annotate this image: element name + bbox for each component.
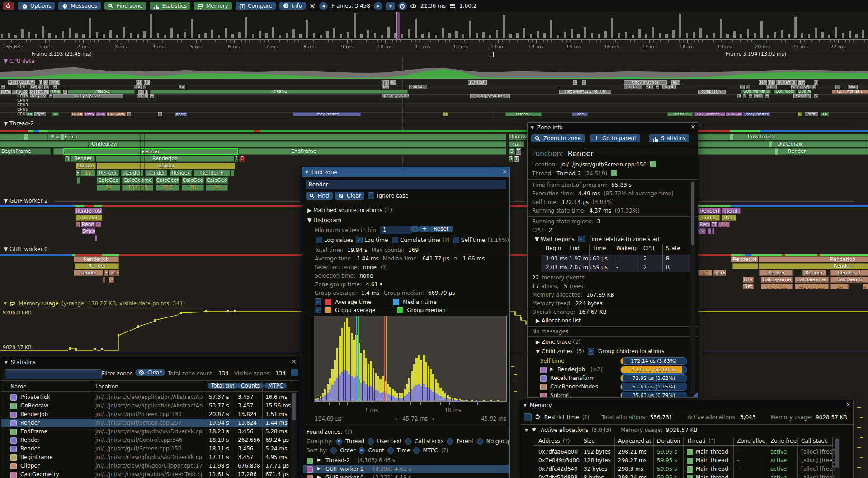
zone[interactable]	[77, 177, 80, 184]
messages-button[interactable]: Messages	[58, 2, 101, 10]
zone[interactable]: Render	[75, 263, 119, 269]
close-icon[interactable]: ×	[845, 401, 851, 408]
zone[interactable]: RenderJob	[759, 256, 868, 262]
column-header-total-time[interactable]: Total tim	[208, 383, 238, 389]
cpu-zone[interactable]: ~	[656, 85, 659, 89]
wait-col-header[interactable]: State	[666, 245, 680, 251]
group-children-checkbox[interactable]: ✓	[588, 348, 594, 355]
mem-col-header[interactable]: Zone free	[770, 438, 797, 444]
zone[interactable]: S	[235, 156, 238, 162]
zone[interactable]	[708, 228, 711, 234]
cpu-zone[interactable]: A	[443, 112, 448, 116]
cpu-zone[interactable]: ~	[573, 80, 577, 85]
wait-col-header[interactable]: Wakeup	[616, 245, 638, 251]
table-row[interactable]: BeginFramejni/../jni/src/claw/gfx/drv/vk…	[1, 453, 288, 462]
cpu-zone[interactable]: kw	[179, 85, 185, 89]
wait-regions-toggle[interactable]: ▼ Wait regions	[535, 236, 575, 242]
sort-total-time[interactable]: Total tim	[208, 383, 238, 389]
mem-col-header[interactable]: Address(?)	[538, 438, 570, 444]
cpu-zone[interactable]: ~	[49, 94, 52, 98]
child-zones-toggle[interactable]: ▼ Child zones	[536, 348, 573, 355]
cpu-zone[interactable]: GUIF w	[726, 112, 742, 116]
zone[interactable]: Render	[71, 156, 95, 162]
time-relative-checkbox[interactable]: ✓	[578, 236, 585, 242]
zone[interactable]: Ren	[698, 222, 710, 227]
zone[interactable]	[732, 263, 758, 269]
power-button[interactable]	[3, 2, 14, 10]
checkbox-log-values[interactable]	[316, 237, 322, 243]
zone[interactable]	[95, 235, 97, 241]
zone[interactable]: Rende	[76, 163, 96, 169]
zone[interactable]: BeginFrame	[0, 148, 51, 155]
matched-source-locations[interactable]: ▶ Matched source locations (1)	[307, 207, 392, 213]
cpu-zone[interactable]: Thread-2	[150, 90, 408, 94]
cpu-zone[interactable]: ss	[43, 80, 48, 85]
zone[interactable]: Render F	[194, 170, 230, 176]
column-header-mtpc[interactable]: MTPC	[264, 383, 287, 389]
cpu-zone[interactable]: system se	[29, 90, 49, 94]
zone[interactable]: CalcGeor	[156, 177, 179, 184]
table-row[interactable]: PrivateTickjni/../jni/src/claw/applicati…	[1, 393, 288, 402]
zone[interactable]: Render	[97, 170, 119, 176]
wait-col-header[interactable]: Begin	[546, 245, 561, 251]
clear-button[interactable]: Clear	[335, 192, 364, 200]
allocations-list-toggle[interactable]: ▶ Allocations list	[536, 317, 581, 324]
cpu-zone[interactable]: Psl	[12, 90, 20, 94]
zone[interactable]: 9	[95, 222, 101, 227]
zone[interactable]: Render	[759, 263, 868, 269]
cpu-zone[interactable]: a	[746, 85, 750, 89]
cpu-zone[interactable]: Th	[821, 112, 829, 116]
alloc-call-stack[interactable]: [alloc] [free]	[801, 466, 835, 472]
zone[interactable]	[231, 170, 234, 176]
thread-header[interactable]: ▼ GUIF worker 2	[4, 198, 48, 204]
zone[interactable]: Rend	[81, 222, 95, 227]
mem-col-header[interactable]: Zone alloc	[737, 438, 765, 444]
zone[interactable]: RenderJob	[96, 156, 234, 162]
close-icon[interactable]: ×	[502, 168, 507, 175]
cpu-zone[interactable]: s	[39, 80, 42, 85]
reset-button[interactable]: Reset	[430, 226, 453, 232]
find-zone-query-input[interactable]: Render	[306, 180, 506, 189]
table-row[interactable]: EndFramejni/../jni/src/claw/gfx/drv/vk/D…	[1, 427, 288, 436]
radio-sortby-mtpc[interactable]	[413, 447, 420, 454]
zone[interactable]: RenderJob	[74, 256, 119, 262]
cpu-zone[interactable]: surfa	[0, 90, 11, 94]
zone[interactable]: 16 CC 8	[122, 185, 153, 191]
compare-button[interactable]: Compare	[236, 2, 276, 10]
expand-icon[interactable]: ▶	[317, 457, 321, 462]
cpu-zone[interactable]: surfacf	[409, 85, 427, 89]
sort-counts[interactable]: Counts	[237, 383, 264, 389]
sort-mtpc[interactable]: MTPC	[264, 383, 287, 389]
column-header-name[interactable]: Name	[10, 383, 26, 390]
zone[interactable]: CalcGeomet	[795, 277, 829, 283]
cpu-zone[interactable]: s	[814, 94, 818, 98]
cpu-zone[interactable]: (ja	[382, 80, 389, 85]
info-button[interactable]: Info	[279, 2, 306, 10]
cpu-zone[interactable]: (ja	[136, 80, 142, 85]
cpu-zone[interactable]: Thread-2	[68, 90, 135, 94]
cpu-zone[interactable]: ~	[127, 112, 131, 116]
zone[interactable]: Render	[802, 270, 826, 276]
zone[interactable]: CalcGeo	[97, 177, 120, 184]
more-options-button[interactable]	[291, 369, 298, 376]
cpu-zone[interactable]: GUIF worker 2	[694, 112, 725, 116]
cpu-zone[interactable]: se	[22, 94, 27, 98]
cpu-zone[interactable]: ~	[53, 85, 57, 89]
collapse-icon[interactable]: ▼	[531, 125, 534, 130]
zone[interactable]: ~	[104, 270, 108, 276]
cpu-zone[interactable]: tracy_systrace	[382, 94, 409, 98]
radio-groupby-thread[interactable]	[336, 438, 342, 445]
zone[interactable]: Render	[63, 148, 238, 155]
cpu-zone[interactable]: gm	[798, 80, 805, 85]
zone[interactable]: 18	[80, 170, 95, 176]
alloc-call-stack[interactable]: [alloc] [free]	[801, 474, 835, 478]
cpu-zone[interactable]: kwo	[848, 85, 858, 89]
cpu-zone[interactable]: irq/4	[662, 85, 676, 89]
cpu-zone[interactable]: tracy_sys	[30, 94, 47, 98]
cpu-zone[interactable]: s	[835, 85, 840, 89]
cpu-zone[interactable]: auc	[134, 85, 142, 89]
allocation-row[interactable]: 0x7dfaa64e00192 bytes298.21 ms59.95 sMai…	[520, 448, 834, 456]
wait-col-header[interactable]: End	[569, 245, 580, 251]
zone[interactable]: Render	[170, 170, 192, 176]
mem-col-header[interactable]: Duration	[657, 438, 680, 444]
